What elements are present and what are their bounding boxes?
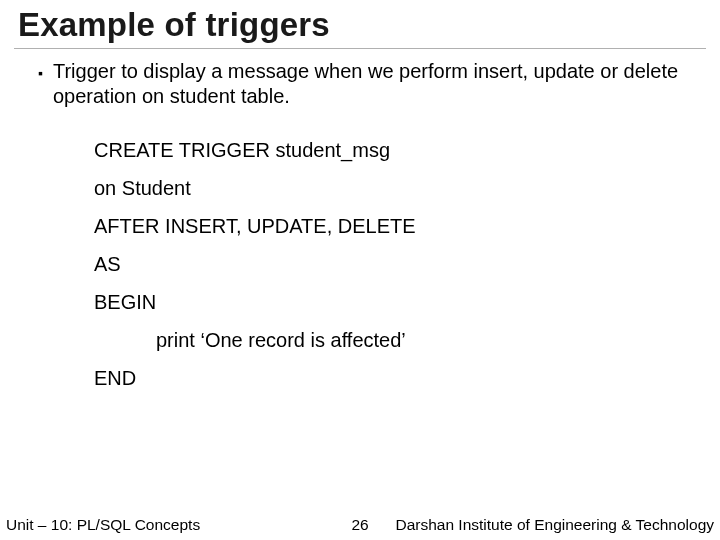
code-line: CREATE TRIGGER student_msg — [94, 131, 682, 169]
code-line: print ‘One record is affected’ — [94, 321, 682, 359]
slide-body: ▪ Trigger to display a message when we p… — [0, 57, 720, 540]
slide-title: Example of triggers — [0, 0, 720, 48]
code-line: AFTER INSERT, UPDATE, DELETE — [94, 207, 682, 245]
code-line: on Student — [94, 169, 682, 207]
code-block: CREATE TRIGGER student_msg on Student AF… — [38, 131, 682, 397]
code-line: BEGIN — [94, 283, 682, 321]
title-divider — [14, 48, 706, 49]
footer-unit: Unit – 10: PL/SQL Concepts — [6, 516, 200, 534]
bullet-text: Trigger to display a message when we per… — [53, 59, 682, 109]
code-line: END — [94, 359, 682, 397]
slide-footer: Unit – 10: PL/SQL Concepts 26 Darshan In… — [0, 512, 720, 540]
bullet-marker-icon: ▪ — [38, 60, 43, 86]
footer-institute: Darshan Institute of Engineering & Techn… — [395, 516, 714, 534]
bullet-item: ▪ Trigger to display a message when we p… — [38, 59, 682, 109]
slide: Example of triggers ▪ Trigger to display… — [0, 0, 720, 540]
footer-page-number: 26 — [351, 516, 368, 534]
code-line: AS — [94, 245, 682, 283]
